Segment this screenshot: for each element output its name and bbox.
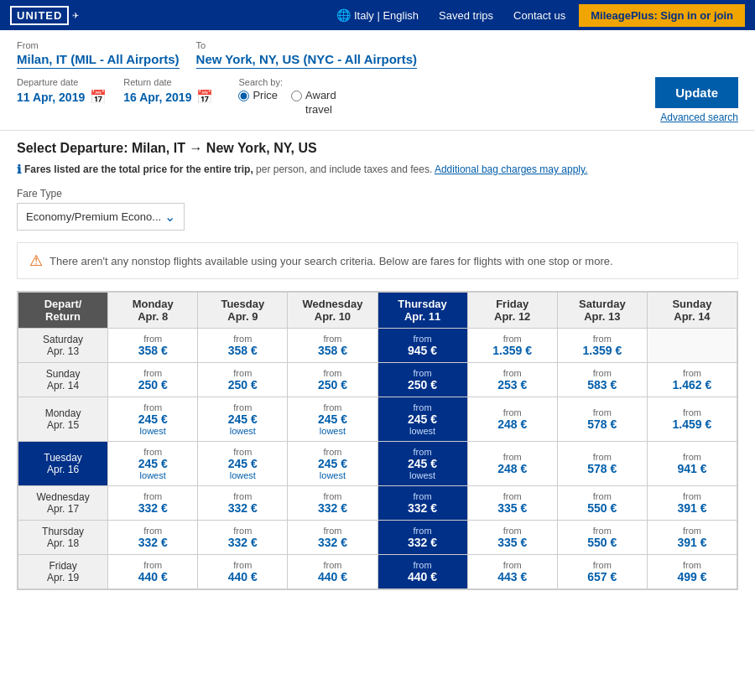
info-icon: ℹ	[17, 163, 21, 176]
to-field: To New York, NY, US (NYC - All Airports)	[196, 40, 417, 69]
globe-icon: 🌐	[336, 8, 351, 22]
row-header-2: MondayApr. 15	[18, 397, 108, 442]
price-cell[interactable]: from332 €	[198, 521, 288, 555]
price-cell[interactable]: from332 €	[378, 486, 467, 521]
col-header-2[interactable]: WednesdayApr. 10	[288, 293, 378, 329]
row-header-5: ThursdayApr. 18	[18, 521, 108, 555]
price-cell[interactable]: from578 €	[557, 397, 647, 442]
price-cell[interactable]: from332 €	[108, 486, 198, 521]
price-cell[interactable]: from248 €	[467, 397, 557, 442]
price-cell[interactable]: from443 €	[467, 555, 557, 589]
price-cell[interactable]: from941 €	[647, 442, 737, 486]
price-cell[interactable]: from440 €	[198, 555, 288, 589]
col-header-0[interactable]: MondayApr. 8	[108, 293, 198, 329]
price-cell[interactable]: from391 €	[647, 486, 737, 521]
price-cell[interactable]: from657 €	[557, 555, 647, 589]
price-cell[interactable]: from245 €lowest	[378, 397, 467, 442]
price-cell[interactable]: from245 €lowest	[108, 397, 198, 442]
table-row: SaturdayApr. 13from358 €from358 €from358…	[18, 329, 737, 363]
price-cell[interactable]: from945 €	[378, 329, 467, 363]
price-cell[interactable]: from245 €lowest	[288, 397, 378, 442]
contact-us-link[interactable]: Contact us	[513, 9, 565, 22]
price-cell[interactable]: from1.462 €	[647, 363, 737, 397]
return-calendar-icon[interactable]: 📅	[196, 89, 213, 105]
return-label: Return date	[123, 77, 213, 87]
price-cell[interactable]: from332 €	[378, 521, 467, 555]
price-cell[interactable]: from245 €lowest	[108, 442, 198, 486]
price-cell[interactable]: from578 €	[557, 442, 647, 486]
row-header-3: TuesdayApr. 16	[18, 442, 108, 486]
calendar-body: SaturdayApr. 13from358 €from358 €from358…	[18, 329, 737, 589]
table-row: ThursdayApr. 18from332 €from332 €from332…	[18, 521, 737, 555]
price-cell[interactable]: from332 €	[108, 521, 198, 555]
chevron-down-icon: ⌄	[164, 209, 175, 225]
mileage-btn[interactable]: MileagePlus: Sign in or join	[579, 4, 745, 27]
saved-trips-link[interactable]: Saved trips	[439, 9, 493, 22]
price-cell[interactable]: from1.359 €	[557, 329, 647, 363]
price-cell[interactable]: from250 €	[198, 363, 288, 397]
price-cell[interactable]: from499 €	[647, 555, 737, 589]
to-value[interactable]: New York, NY, US (NYC - All Airports)	[196, 52, 417, 69]
price-cell[interactable]: from332 €	[198, 486, 288, 521]
departure-value[interactable]: 11 Apr, 2019	[17, 91, 85, 104]
row-header-0: SaturdayApr. 13	[18, 329, 108, 363]
table-row: TuesdayApr. 16from245 €lowestfrom245 €lo…	[18, 442, 737, 486]
departure-calendar-icon[interactable]: 📅	[90, 89, 107, 105]
price-cell[interactable]: from245 €lowest	[198, 397, 288, 442]
col-header-3[interactable]: ThursdayApr. 11	[378, 293, 467, 329]
top-nav: UNITED ✈ 🌐 Italy | English Saved trips C…	[0, 0, 755, 30]
select-departure-heading: Select Departure: Milan, IT → New York, …	[17, 141, 738, 156]
col-header-6[interactable]: SundayApr. 14	[647, 293, 737, 329]
advanced-search-link[interactable]: Advanced search	[660, 111, 738, 123]
bag-charges-link[interactable]: Additional bag charges may apply.	[435, 163, 588, 175]
logo-wings: ✈	[72, 11, 79, 20]
lang-selector[interactable]: 🌐 Italy | English	[336, 8, 419, 22]
fares-notice: ℹ Fares listed are the total price for t…	[17, 163, 738, 176]
price-cell[interactable]: from440 €	[108, 555, 198, 589]
price-cell[interactable]: from335 €	[467, 486, 557, 521]
price-cell[interactable]: from332 €	[288, 486, 378, 521]
price-cell[interactable]: from583 €	[557, 363, 647, 397]
award-radio[interactable]: Awardtravel	[291, 89, 336, 117]
price-cell[interactable]: from332 €	[288, 521, 378, 555]
price-cell[interactable]: from248 €	[467, 442, 557, 486]
price-cell[interactable]: from550 €	[557, 486, 647, 521]
warning-box: ⚠ There aren't any nonstop flights avail…	[17, 242, 738, 279]
price-cell[interactable]: from250 €	[288, 363, 378, 397]
col-header-4[interactable]: FridayApr. 12	[467, 293, 557, 329]
from-value[interactable]: Milan, IT (MIL - All Airports)	[17, 52, 180, 69]
table-row: MondayApr. 15from245 €lowestfrom245 €low…	[18, 397, 737, 442]
price-cell[interactable]: from358 €	[108, 329, 198, 363]
price-cell[interactable]: from440 €	[288, 555, 378, 589]
price-cell[interactable]: from245 €lowest	[198, 442, 288, 486]
fare-type-section: Fare Type Economy/Premium Econo... ⌄	[17, 188, 738, 231]
price-cell[interactable]: from1.459 €	[647, 397, 737, 442]
from-to-row: From Milan, IT (MIL - All Airports) To N…	[17, 40, 738, 69]
from-label: From	[17, 40, 180, 50]
price-cell[interactable]: from245 €lowest	[288, 442, 378, 486]
price-cell[interactable]: from358 €	[288, 329, 378, 363]
col-header-5[interactable]: SaturdayApr. 13	[557, 293, 647, 329]
update-button[interactable]: Update	[655, 77, 738, 108]
price-cell[interactable]: from550 €	[557, 521, 647, 555]
depart-return-header: Depart/Return	[18, 293, 108, 329]
fare-type-dropdown[interactable]: Economy/Premium Econo... ⌄	[17, 203, 185, 231]
price-cell[interactable]: from250 €	[108, 363, 198, 397]
from-field: From Milan, IT (MIL - All Airports)	[17, 40, 180, 69]
price-cell[interactable]: from391 €	[647, 521, 737, 555]
return-value[interactable]: 16 Apr, 2019	[123, 91, 191, 104]
price-cell[interactable]: from1.359 €	[467, 329, 557, 363]
price-cell[interactable]: from245 €lowest	[378, 442, 467, 486]
col-header-1[interactable]: TuesdayApr. 9	[198, 293, 288, 329]
price-cell[interactable]: from440 €	[378, 555, 467, 589]
price-cell[interactable]: from250 €	[378, 363, 467, 397]
searchby-group: Search by: Price Awardtravel	[238, 77, 336, 117]
row-header-1: SundayApr. 14	[18, 363, 108, 397]
price-cell	[647, 329, 737, 363]
price-cell[interactable]: from335 €	[467, 521, 557, 555]
price-cell[interactable]: from253 €	[467, 363, 557, 397]
price-radio[interactable]: Price	[238, 89, 278, 101]
search-area: From Milan, IT (MIL - All Airports) To N…	[0, 30, 755, 131]
price-cell[interactable]: from358 €	[198, 329, 288, 363]
warning-text: There aren't any nonstop flights availab…	[49, 255, 613, 267]
